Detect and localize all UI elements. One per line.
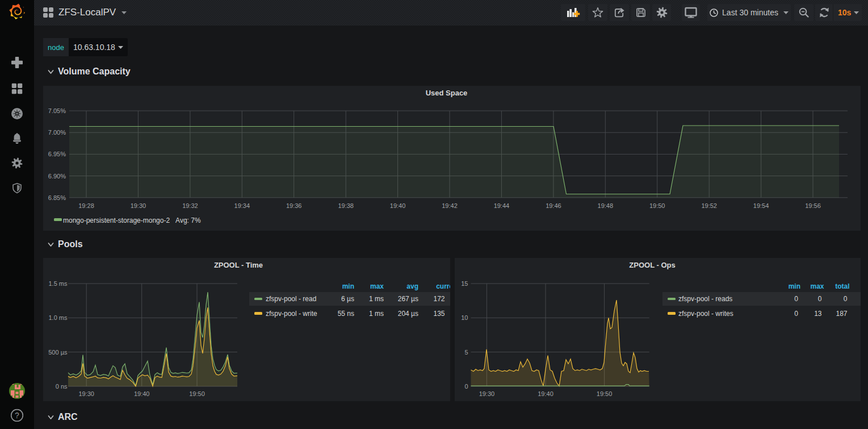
svg-text:0: 0 bbox=[464, 383, 468, 390]
svg-text:19:50: 19:50 bbox=[649, 202, 665, 209]
svg-text:19:54: 19:54 bbox=[753, 202, 769, 209]
svg-text:19:48: 19:48 bbox=[598, 202, 614, 209]
svg-text:6.95%: 6.95% bbox=[48, 151, 66, 157]
svg-text:10: 10 bbox=[461, 314, 468, 321]
svg-text:19:34: 19:34 bbox=[234, 202, 250, 209]
svg-text:5: 5 bbox=[464, 349, 468, 356]
svg-text:19:30: 19:30 bbox=[479, 390, 495, 397]
svg-text:19:38: 19:38 bbox=[338, 202, 354, 209]
svg-text:19:52: 19:52 bbox=[701, 202, 717, 209]
svg-text:19:44: 19:44 bbox=[494, 202, 510, 209]
svg-text:19:56: 19:56 bbox=[805, 202, 821, 209]
svg-text:19:40: 19:40 bbox=[134, 390, 150, 397]
svg-text:19:46: 19:46 bbox=[546, 202, 561, 209]
svg-text:15: 15 bbox=[461, 280, 468, 287]
svg-text:19:30: 19:30 bbox=[131, 202, 146, 209]
svg-text:500 µs: 500 µs bbox=[48, 349, 68, 356]
svg-text:6.90%: 6.90% bbox=[48, 173, 66, 180]
svg-text:?: ? bbox=[15, 411, 19, 420]
svg-text:19:40: 19:40 bbox=[538, 390, 553, 397]
svg-text:19:36: 19:36 bbox=[286, 202, 302, 209]
svg-text:7.00%: 7.00% bbox=[48, 129, 66, 136]
svg-text:1.0 ms: 1.0 ms bbox=[48, 314, 68, 321]
svg-text:0 ns: 0 ns bbox=[56, 383, 68, 390]
svg-text:19:28: 19:28 bbox=[78, 202, 94, 209]
svg-text:19:30: 19:30 bbox=[78, 390, 94, 397]
svg-text:19:32: 19:32 bbox=[182, 202, 198, 209]
svg-text:19:40: 19:40 bbox=[390, 202, 406, 209]
svg-text:19:50: 19:50 bbox=[597, 390, 613, 397]
svg-text:6.85%: 6.85% bbox=[48, 194, 66, 201]
svg-text:19:50: 19:50 bbox=[189, 390, 205, 397]
svg-text:7.05%: 7.05% bbox=[48, 107, 66, 114]
svg-text:1.5 ms: 1.5 ms bbox=[48, 280, 68, 287]
svg-text:19:42: 19:42 bbox=[442, 202, 458, 209]
